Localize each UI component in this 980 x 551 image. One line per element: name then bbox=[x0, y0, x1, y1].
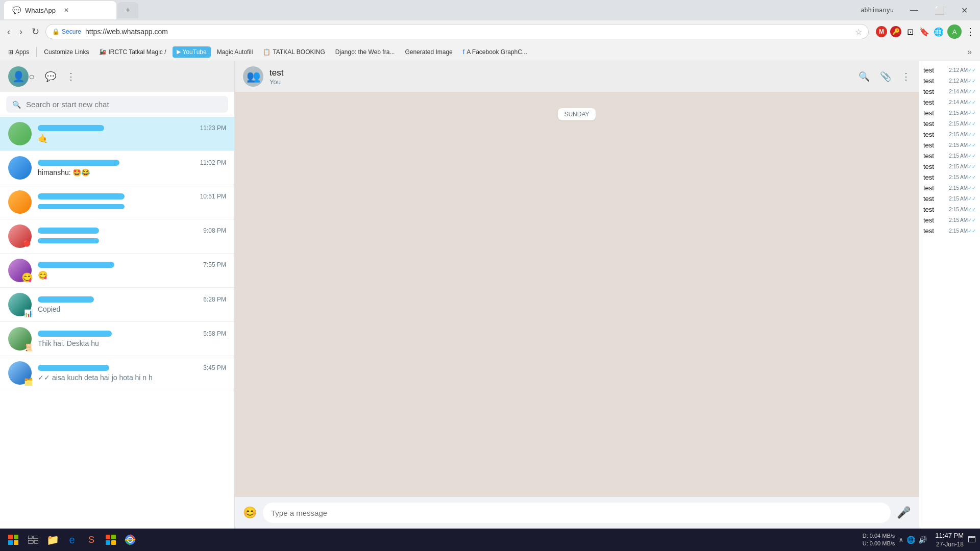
new-tab[interactable]: + bbox=[117, 2, 138, 18]
close-button[interactable]: ✕ bbox=[953, 0, 976, 20]
chat-avatar-8: 🗂️ bbox=[8, 361, 32, 385]
chat-sidebar: 👤 ○ 💬 ⋮ 🔍 11:23 PM bbox=[0, 61, 235, 529]
chat-attach-icon[interactable]: 📎 bbox=[880, 71, 891, 82]
bookmark-customize[interactable]: Customize Links bbox=[40, 46, 93, 58]
chat-name-row-4: 9:08 PM bbox=[38, 227, 226, 234]
search-input[interactable] bbox=[26, 100, 222, 109]
start-button[interactable] bbox=[4, 531, 22, 549]
menu-icon[interactable]: ⋮ bbox=[965, 26, 976, 37]
chat-name-row-3: 10:51 PM bbox=[38, 193, 226, 200]
edge-taskbar[interactable]: e bbox=[63, 531, 81, 548]
bookmark-apps[interactable]: ⊞ Apps bbox=[4, 46, 33, 58]
address-bar[interactable]: 🔒 Secure https://web.whatsapp.com ☆ bbox=[45, 24, 869, 39]
chat-name-row-8: 3:45 PM bbox=[38, 364, 226, 371]
spark-taskbar[interactable]: S bbox=[83, 531, 100, 548]
mic-button[interactable]: 🎤 bbox=[897, 506, 911, 519]
chat-item-3[interactable]: 10:51 PM bbox=[0, 185, 234, 219]
task-view-button[interactable] bbox=[24, 531, 42, 548]
bookmark-youtube[interactable]: ▶ YouTube bbox=[173, 46, 211, 58]
tab-close-button[interactable]: ✕ bbox=[64, 7, 69, 14]
back-button[interactable]: ‹ bbox=[4, 24, 13, 39]
taskbar-time: 11:47 PM 27-Jun-18 bbox=[935, 531, 964, 549]
chat-item-5[interactable]: 😋 7:55 PM 😋 bbox=[0, 254, 234, 288]
ext-icon-3[interactable]: 🌐 bbox=[933, 26, 944, 37]
chat-item-4[interactable]: 🔴 9:08 PM bbox=[0, 219, 234, 254]
user-avatar[interactable]: 👤 bbox=[8, 66, 29, 87]
chat-item-6[interactable]: 📊 6:28 PM Copied bbox=[0, 288, 234, 322]
file-explorer-taskbar[interactable]: 📁 bbox=[44, 531, 61, 548]
test-msg-6: test 2:15 AM✓✓ bbox=[921, 119, 978, 129]
test-msg-13: test 2:15 AM✓✓ bbox=[921, 194, 978, 204]
chat-preview-3 bbox=[38, 202, 226, 211]
bookmarks-more-button[interactable]: » bbox=[963, 47, 976, 57]
message-input[interactable] bbox=[263, 503, 891, 523]
chat-time-7: 5:58 PM bbox=[203, 330, 226, 337]
minimize-button[interactable]: — bbox=[902, 0, 926, 20]
chat-time-5: 7:55 PM bbox=[203, 261, 226, 268]
gmail-icon[interactable]: M bbox=[876, 26, 887, 37]
chat-info-1: 11:23 PM 🤙 bbox=[38, 124, 226, 143]
chat-more-icon[interactable]: ⋮ bbox=[901, 71, 911, 82]
bookmark-tatkal[interactable]: 📋 TATKAL BOOKING bbox=[259, 46, 329, 58]
test-msg-5: test 2:15 AM✓✓ bbox=[921, 108, 978, 118]
lastpass-icon[interactable]: 🔑 bbox=[890, 26, 901, 37]
profile-icon[interactable]: A bbox=[947, 24, 962, 39]
lock-icon: 🔒 bbox=[52, 28, 60, 35]
test-msg-15: test 2:15 AM✓✓ bbox=[921, 215, 978, 225]
bookmark-star-icon[interactable]: ☆ bbox=[855, 27, 862, 37]
test-msg-10: test 2:15 AM✓✓ bbox=[921, 162, 978, 171]
messages-area: SUNDAY bbox=[243, 108, 911, 120]
forward-button[interactable]: › bbox=[16, 24, 26, 39]
volume-icon[interactable]: 🔊 bbox=[918, 536, 927, 544]
bookmark-magic-label: Magic Autofill bbox=[217, 48, 253, 56]
chat-time-4: 9:08 PM bbox=[203, 227, 226, 234]
whatsapp-favicon: 💬 bbox=[12, 6, 21, 14]
bookmark-tatkal-label: TATKAL BOOKING bbox=[273, 48, 325, 56]
taskbar-right: D: 0.04 MB/s U: 0.00 MB/s ∧ 🌐 🔊 11:47 PM… bbox=[863, 531, 976, 549]
svg-rect-8 bbox=[106, 535, 110, 539]
chat-contact-name: test bbox=[270, 68, 852, 78]
bookmark-magic-autofill[interactable]: Magic Autofill bbox=[213, 46, 257, 58]
chat-item-7[interactable]: 📜 5:58 PM Thik hai. Deskta hu bbox=[0, 322, 234, 356]
chat-name-redacted-1 bbox=[38, 125, 104, 131]
chrome-taskbar[interactable] bbox=[121, 531, 139, 548]
chat-time-8: 3:45 PM bbox=[203, 364, 226, 371]
ms-store-taskbar[interactable] bbox=[102, 531, 119, 548]
browser-chrome: 💬 WhatsApp ✕ + abhimanyu — ⬜ ✕ ‹ › ↻ 🔒 S… bbox=[0, 0, 980, 61]
status-icon[interactable]: ○ bbox=[29, 71, 35, 83]
chat-info-3: 10:51 PM bbox=[38, 193, 226, 211]
network-icon: 🌐 bbox=[906, 536, 915, 544]
menu-dots-icon[interactable]: ⋮ bbox=[66, 71, 76, 82]
test-messages-panel: test 2:12 AM✓✓ test 2:12 AM✓✓ test 2:14 … bbox=[919, 61, 980, 529]
maximize-button[interactable]: ⬜ bbox=[926, 0, 953, 20]
ext-icon-1[interactable]: ⊡ bbox=[904, 26, 916, 37]
chat-icon[interactable]: 💬 bbox=[45, 71, 56, 82]
search-bar: 🔍 bbox=[0, 92, 234, 117]
svg-rect-10 bbox=[106, 540, 110, 545]
bookmarks-bar: ⊞ Apps Customize Links 🚂 IRCTC Tatkal Ma… bbox=[0, 43, 980, 61]
notification-icon[interactable]: 🗔 bbox=[968, 535, 976, 544]
active-tab[interactable]: 💬 WhatsApp ✕ bbox=[4, 1, 116, 19]
chat-list: 11:23 PM 🤙 11:02 PM himanshu: 🤩😂 bbox=[0, 117, 234, 529]
tray-chevron[interactable]: ∧ bbox=[899, 536, 903, 543]
bookmark-facebook[interactable]: f A Facebook GraphC... bbox=[459, 46, 531, 58]
reload-button[interactable]: ↻ bbox=[29, 24, 42, 39]
toolbar-icons: M 🔑 ⊡ 🔖 🌐 A ⋮ bbox=[876, 24, 976, 39]
chat-item-2[interactable]: 11:02 PM himanshu: 🤩😂 bbox=[0, 151, 234, 185]
chat-name-row-2: 11:02 PM bbox=[38, 159, 226, 166]
emoji-button[interactable]: 😊 bbox=[243, 506, 257, 519]
search-input-wrap[interactable]: 🔍 bbox=[6, 96, 228, 113]
bookmark-irctc[interactable]: 🚂 IRCTC Tatkal Magic / bbox=[95, 46, 170, 58]
chat-info-7: 5:58 PM Thik hai. Deskta hu bbox=[38, 330, 226, 347]
ext-icon-2[interactable]: 🔖 bbox=[919, 26, 930, 37]
chat-item-1[interactable]: 11:23 PM 🤙 bbox=[0, 117, 234, 151]
apps-grid-icon: ⊞ bbox=[8, 48, 13, 56]
chat-area: 👥 test You 🔍 📎 ⋮ SUNDAY bbox=[235, 61, 919, 529]
bookmark-django[interactable]: Django: the Web fra... bbox=[331, 46, 399, 58]
chat-search-icon[interactable]: 🔍 bbox=[859, 71, 870, 82]
chat-info-2: 11:02 PM himanshu: 🤩😂 bbox=[38, 159, 226, 177]
chat-item-8[interactable]: 🗂️ 3:45 PM ✓✓ aisa kuch deta hai jo hota… bbox=[0, 356, 234, 390]
bookmark-generated[interactable]: Generated Image bbox=[401, 46, 456, 58]
svg-rect-0 bbox=[8, 535, 13, 539]
chat-avatar-5: 😋 bbox=[8, 259, 32, 282]
